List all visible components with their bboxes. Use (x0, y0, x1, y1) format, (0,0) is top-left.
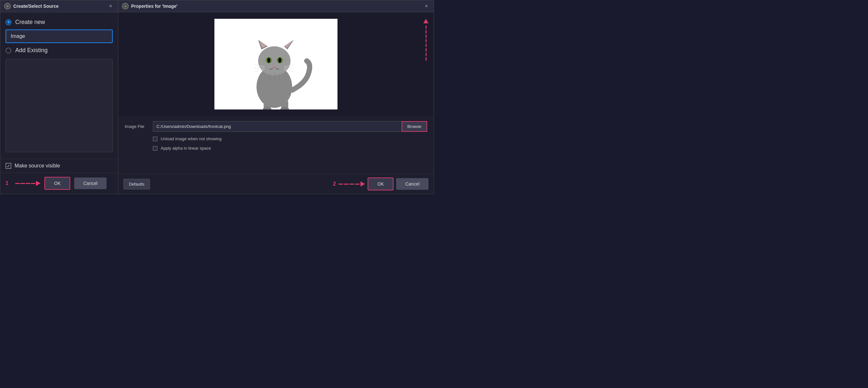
left-titlebar: ⊙ Create/Select Source × (0, 0, 118, 12)
image-preview-area (118, 12, 434, 116)
vertical-arrow-head (423, 19, 429, 23)
left-button-row: 1 OK Cancel (0, 173, 118, 194)
dash-2 (21, 183, 25, 184)
add-existing-radio[interactable]: Add Existing (5, 47, 113, 54)
left-panel-content: Create new Add Existing (0, 12, 118, 159)
create-new-label: Create new (15, 19, 45, 26)
v-dash-8 (426, 57, 427, 61)
v-dash-5 (426, 44, 427, 47)
v-dash-4 (426, 39, 427, 42)
apply-alpha-checkbox[interactable] (153, 146, 157, 151)
existing-sources-list[interactable] (5, 59, 113, 152)
right-footer-right: 2 OK Cancel (333, 177, 429, 190)
r-dash-2 (344, 184, 348, 185)
step-1-number: 1 (5, 181, 8, 186)
vertical-dashes (426, 26, 427, 61)
file-path-input[interactable] (153, 121, 402, 132)
left-cancel-button[interactable]: Cancel (74, 177, 106, 189)
v-dash-2 (426, 30, 427, 33)
create-new-radio[interactable]: Create new (5, 19, 113, 26)
defaults-button[interactable]: Defaults (123, 179, 150, 190)
v-dash-3 (426, 35, 427, 38)
obs-logo-icon: ⊙ (4, 3, 11, 9)
make-visible-checkbox[interactable]: Make source visible (5, 163, 113, 169)
properties-form: Image File Browse Unload image when not … (118, 116, 434, 156)
left-ok-button[interactable]: OK (44, 177, 70, 190)
add-existing-radio-circle[interactable] (5, 47, 11, 54)
apply-alpha-row: Apply alpha in linear space (153, 146, 427, 151)
right-cancel-button[interactable]: Cancel (396, 178, 429, 190)
image-file-label: Image File (125, 124, 149, 129)
svg-point-10 (278, 58, 281, 63)
left-panel: ⊙ Create/Select Source × Create new Add … (0, 0, 118, 194)
dash-3 (26, 183, 30, 184)
file-input-container: Browse (153, 121, 427, 132)
r-dash-4 (355, 184, 360, 185)
right-footer-left: Defaults (123, 179, 150, 190)
add-existing-label: Add Existing (15, 47, 48, 54)
apply-alpha-label: Apply alpha in linear space (161, 146, 211, 151)
browse-button[interactable]: Browse (402, 121, 427, 132)
right-obs-logo-icon: ⊙ (122, 3, 129, 9)
make-visible-checkbox-box[interactable] (5, 163, 11, 169)
unload-image-label: Unload image when not showing (161, 136, 221, 141)
r-dash-1 (338, 184, 343, 185)
make-visible-label: Make source visible (14, 163, 60, 169)
right-panel-inner: Image File Browse Unload image when not … (118, 12, 434, 194)
cat-image-container (214, 19, 338, 109)
left-panel-title: Create/Select Source (13, 4, 59, 9)
arrow-head (36, 181, 40, 186)
right-arrow-head (361, 181, 365, 187)
dash-4 (31, 183, 35, 184)
left-panel-footer: Make source visible (0, 159, 118, 173)
radio-group: Create new Add Existing (5, 19, 113, 54)
footer-dashed-arrow (338, 181, 365, 187)
r-dash-3 (349, 184, 354, 185)
svg-point-9 (267, 58, 271, 63)
right-panel: ⊙ Properties for 'Image' × (118, 0, 434, 194)
unload-image-row: Unload image when not showing (153, 136, 427, 141)
right-titlebar-left: ⊙ Properties for 'Image' (122, 3, 178, 9)
v-dash-1 (426, 26, 427, 29)
dashed-arrow-left (15, 181, 40, 186)
svg-point-2 (258, 46, 290, 75)
source-name-input[interactable] (5, 30, 113, 43)
image-file-row: Image File Browse (125, 121, 427, 132)
create-new-radio-circle[interactable] (5, 20, 11, 25)
step-2-number: 2 (333, 181, 336, 187)
right-footer: Defaults 2 OK Cancel (118, 174, 434, 194)
right-close-button[interactable]: × (423, 3, 430, 9)
titlebar-left: ⊙ Create/Select Source (4, 3, 59, 9)
v-dash-7 (426, 53, 427, 56)
left-close-button[interactable]: × (107, 3, 114, 9)
v-dash-6 (426, 48, 427, 52)
vertical-arrow-wrapper (423, 19, 429, 61)
right-ok-button[interactable]: OK (368, 177, 394, 190)
right-panel-title: Properties for 'Image' (131, 4, 178, 9)
cat-image (214, 19, 338, 109)
left-arrow (15, 181, 40, 186)
unload-image-checkbox[interactable] (153, 137, 157, 141)
dash-1 (15, 183, 20, 184)
right-titlebar: ⊙ Properties for 'Image' × (118, 0, 434, 12)
